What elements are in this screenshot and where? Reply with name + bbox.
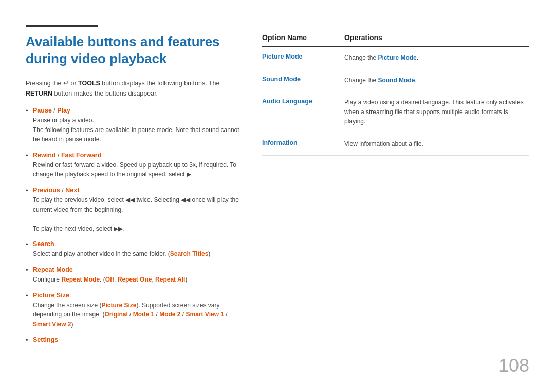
feature-title: Repeat Mode	[33, 266, 242, 273]
table-row: Sound Mode Change the Sound Mode.	[262, 69, 529, 92]
row-name: Picture Mode	[262, 53, 344, 60]
list-item: Search Select and play another video in …	[26, 240, 242, 259]
page-container: Available buttons and features during vi…	[0, 0, 555, 392]
feature-title: Settings	[33, 336, 242, 343]
feature-title: Rewind / Fast Forward	[33, 152, 242, 159]
table-row: Information View information about a fil…	[262, 133, 529, 156]
table-row: Audio Language Play a video using a desi…	[262, 91, 529, 133]
feature-title: Pause / Play	[33, 107, 242, 114]
feature-list: Pause / Play Pause or play a video. The …	[26, 107, 242, 343]
list-item: Pause / Play Pause or play a video. The …	[26, 107, 242, 144]
feature-desc: Select and play another video in the sam…	[33, 249, 242, 259]
page-number: 108	[498, 355, 529, 377]
col-header-operations: Operations	[344, 33, 529, 42]
row-desc: Play a video using a desired language. T…	[344, 98, 529, 126]
row-name: Information	[262, 139, 344, 146]
col-header-option: Option Name	[262, 33, 344, 42]
row-name: Audio Language	[262, 98, 344, 105]
top-divider	[26, 27, 529, 27]
list-item: Settings	[26, 336, 242, 343]
row-name: Sound Mode	[262, 76, 344, 83]
feature-desc: Change the screen size (Picture Size). S…	[33, 301, 242, 329]
table-header: Option Name Operations	[262, 33, 529, 47]
feature-desc: Configure Repeat Mode. (Off, Repeat One,…	[33, 275, 242, 285]
list-item: Previous / Next To play the previous vid…	[26, 186, 242, 233]
list-item: Picture Size Change the screen size (Pic…	[26, 292, 242, 329]
list-item: Repeat Mode Configure Repeat Mode. (Off,…	[26, 266, 242, 285]
row-desc: Change the Picture Mode.	[344, 53, 529, 63]
content-wrapper: Available buttons and features during vi…	[0, 0, 555, 376]
feature-title: Picture Size	[33, 292, 242, 299]
list-item: Rewind / Fast Forward Rewind or fast for…	[26, 152, 242, 179]
feature-title: Previous / Next	[33, 186, 242, 194]
feature-desc: Pause or play a video. The following fea…	[33, 116, 242, 144]
left-column: Available buttons and features during vi…	[26, 33, 242, 350]
feature-title: Search	[33, 240, 242, 248]
row-desc: View information about a file.	[344, 139, 529, 149]
table-row: Picture Mode Change the Picture Mode.	[262, 47, 529, 69]
row-desc: Change the Sound Mode.	[344, 76, 529, 85]
page-title: Available buttons and features during vi…	[26, 33, 242, 67]
feature-desc: To play the previous video, select ◀◀ tw…	[33, 195, 242, 233]
right-column: Option Name Operations Picture Mode Chan…	[262, 33, 529, 350]
feature-desc: Rewind or fast forward a video. Speed up…	[33, 160, 242, 179]
intro-paragraph: Pressing the ↵ or TOOLS button displays …	[26, 78, 242, 99]
